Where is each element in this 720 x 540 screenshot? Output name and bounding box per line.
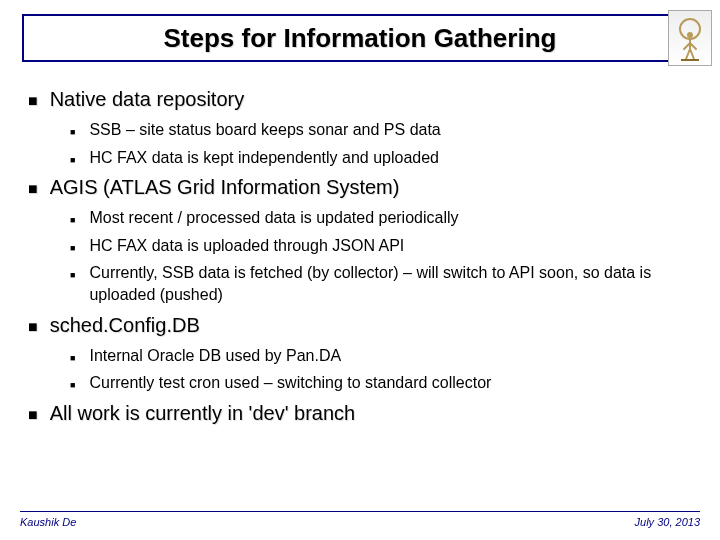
list-item: ■ Currently, SSB data is fetched (by col… bbox=[70, 262, 694, 305]
heading-text: AGIS (ATLAS Grid Information System) bbox=[50, 176, 400, 199]
item-text: HC FAX data is kept independently and up… bbox=[89, 147, 694, 169]
item-text: HC FAX data is uploaded through JSON API bbox=[89, 235, 694, 257]
square-bullet-icon: ■ bbox=[70, 379, 75, 391]
section-heading: ■ Native data repository bbox=[26, 88, 694, 113]
heading-text: Native data repository bbox=[50, 88, 245, 111]
square-bullet-icon: ■ bbox=[70, 214, 75, 226]
square-bullet-icon: ■ bbox=[70, 242, 75, 254]
svg-rect-2 bbox=[681, 59, 699, 61]
footer-date: July 30, 2013 bbox=[635, 516, 700, 528]
square-bullet-icon: ■ bbox=[28, 89, 38, 113]
square-bullet-icon: ■ bbox=[70, 154, 75, 166]
list-item: ■ HC FAX data is kept independently and … bbox=[70, 147, 694, 169]
square-bullet-icon: ■ bbox=[70, 269, 75, 281]
slide-body: ■ Native data repository ■ SSB – site st… bbox=[26, 80, 694, 496]
heading-text: All work is currently in 'dev' branch bbox=[50, 402, 356, 425]
square-bullet-icon: ■ bbox=[70, 352, 75, 364]
atlas-logo-icon bbox=[668, 10, 712, 66]
footer-author: Kaushik De bbox=[20, 516, 76, 528]
item-text: SSB – site status board keeps sonar and … bbox=[89, 119, 694, 141]
slide-title: Steps for Information Gathering bbox=[164, 23, 557, 54]
list-item: ■ SSB – site status board keeps sonar an… bbox=[70, 119, 694, 141]
list-item: ■ Most recent / processed data is update… bbox=[70, 207, 694, 229]
list-item: ■ Currently test cron used – switching t… bbox=[70, 372, 694, 394]
footer-divider bbox=[20, 511, 700, 512]
item-text: Most recent / processed data is updated … bbox=[89, 207, 694, 229]
item-text: Currently test cron used – switching to … bbox=[89, 372, 694, 394]
item-text: Internal Oracle DB used by Pan.DA bbox=[89, 345, 694, 367]
list-item: ■ HC FAX data is uploaded through JSON A… bbox=[70, 235, 694, 257]
section-heading: ■ All work is currently in 'dev' branch bbox=[26, 402, 694, 427]
item-text: Currently, SSB data is fetched (by colle… bbox=[89, 262, 694, 305]
title-bar: Steps for Information Gathering bbox=[22, 14, 698, 62]
square-bullet-icon: ■ bbox=[28, 403, 38, 427]
slide-footer: Kaushik De July 30, 2013 bbox=[20, 511, 700, 528]
square-bullet-icon: ■ bbox=[28, 177, 38, 201]
section-heading: ■ sched.Config.DB bbox=[26, 314, 694, 339]
heading-text: sched.Config.DB bbox=[50, 314, 200, 337]
square-bullet-icon: ■ bbox=[28, 315, 38, 339]
section-heading: ■ AGIS (ATLAS Grid Information System) bbox=[26, 176, 694, 201]
list-item: ■ Internal Oracle DB used by Pan.DA bbox=[70, 345, 694, 367]
square-bullet-icon: ■ bbox=[70, 126, 75, 138]
